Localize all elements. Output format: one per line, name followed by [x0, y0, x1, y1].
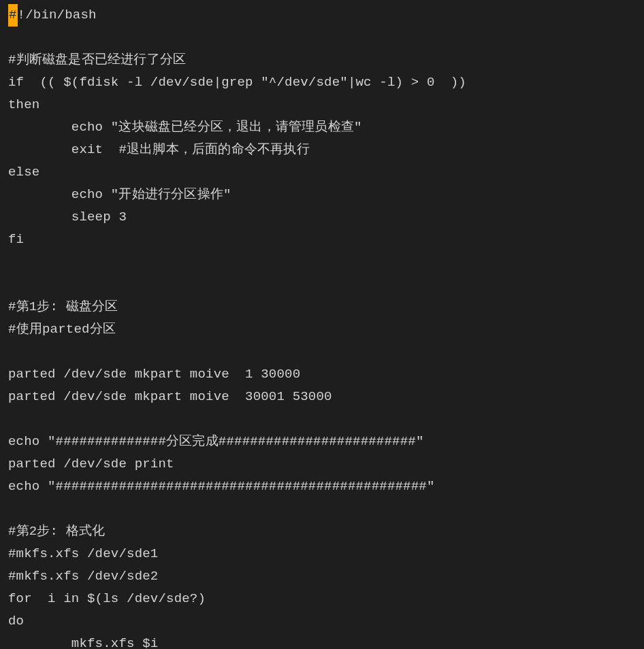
cursor: #	[8, 4, 18, 27]
code-line: if (( $(fdisk -l /dev/sde|grep "^/dev/sd…	[8, 75, 466, 90]
code-line: then	[8, 97, 39, 112]
code-line: sleep 3	[8, 210, 127, 224]
code-line: else	[8, 165, 39, 180]
code-line: #!/bin/bash	[8, 7, 97, 22]
code-line: for i in $(ls /dev/sde?)	[8, 591, 206, 606]
code-line: #判断磁盘是否已经进行了分区	[8, 52, 186, 67]
code-line: echo "##############分区完成################…	[8, 434, 424, 449]
code-line: #第1步: 磁盘分区	[8, 299, 118, 314]
code-line: #mkfs.xfs /dev/sde2	[8, 569, 158, 584]
code-line: #使用parted分区	[8, 322, 116, 337]
code-line: #第2步: 格式化	[8, 524, 105, 539]
code-text: !/bin/bash	[18, 7, 97, 22]
code-line: parted /dev/sde print	[8, 456, 174, 471]
code-line: do	[8, 614, 24, 629]
code-line: #mkfs.xfs /dev/sde1	[8, 546, 158, 561]
code-line: exit #退出脚本，后面的命令不再执行	[8, 142, 310, 157]
code-line: fi	[8, 232, 24, 247]
code-line: echo "开始进行分区操作"	[8, 187, 231, 202]
code-line: mkfs.xfs $i	[8, 636, 158, 649]
code-line: parted /dev/sde mkpart moive 1 30000	[8, 367, 300, 382]
code-line: parted /dev/sde mkpart moive 30001 53000	[8, 389, 332, 404]
code-line: echo "##################################…	[8, 479, 435, 494]
code-line: echo "这块磁盘已经分区，退出，请管理员检查"	[8, 120, 362, 135]
code-editor[interactable]: #!/bin/bash #判断磁盘是否已经进行了分区 if (( $(fdisk…	[0, 0, 644, 649]
